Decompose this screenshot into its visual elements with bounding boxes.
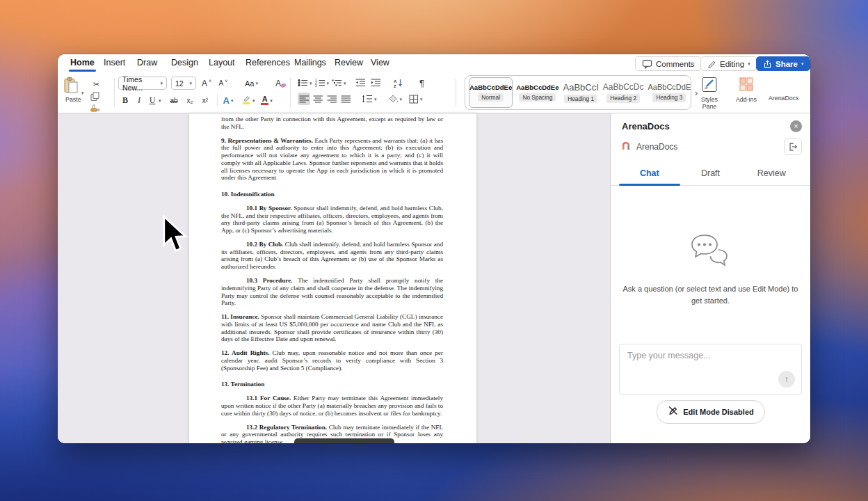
sign-out-icon <box>788 142 798 152</box>
styles-gallery-more-button[interactable]: › <box>695 88 698 98</box>
style-heading-1[interactable]: AaBbCcI Heading 1 <box>563 77 600 108</box>
edit-mode-toggle[interactable]: Edit Mode Disabled <box>656 400 764 424</box>
borders-button[interactable]: ▾ <box>409 93 423 105</box>
font-size-select[interactable]: 12▾ <box>171 77 196 90</box>
pencil-icon <box>707 59 716 68</box>
close-icon[interactable]: × <box>790 120 802 132</box>
text-effects-button[interactable]: A▾ <box>222 94 234 106</box>
tab-design[interactable]: Design <box>171 58 198 67</box>
subscript-button[interactable]: x₂ <box>182 94 198 106</box>
add-ins-icon <box>738 77 755 94</box>
arenadocs-task-pane: ArenaDocs × ArenaDocs Chat Draft Review … <box>610 113 810 443</box>
justify-button[interactable] <box>339 93 352 105</box>
arenadocs-ribbon-button[interactable]: ArenaDocs <box>769 79 799 102</box>
chat-empty-state: Ask a question (or select text and use E… <box>611 233 810 306</box>
line-spacing-button[interactable]: ▾ <box>362 93 377 105</box>
tab-view[interactable]: View <box>371 58 389 67</box>
chevron-down-icon: ▾ <box>748 61 750 66</box>
ribbon-toolbar: ▾ Paste ✂ Times New...▾ 12▾ A˄ A˅ Aa▾ A <box>58 73 810 113</box>
doc-paragraph-lead: 9. Representations & Warranties. <box>221 137 313 144</box>
multilevel-list-button[interactable]: ▾ <box>332 77 346 89</box>
strikethrough-button[interactable]: ab <box>166 94 182 106</box>
numbered-list-button[interactable]: 123▾ <box>315 77 330 89</box>
highlight-color-button[interactable]: ▾ <box>241 94 255 106</box>
document-workspace: from the other Party in connection with … <box>58 113 610 443</box>
superscript-button[interactable]: x² <box>198 94 213 106</box>
edit-mode-disabled-icon <box>667 405 678 419</box>
comment-icon <box>642 59 652 69</box>
shrink-font-button[interactable]: A˅ <box>217 77 230 90</box>
comments-button[interactable]: Comments <box>635 56 702 71</box>
chevron-down-icon: ▾ <box>189 81 192 86</box>
style-heading-2[interactable]: AaBbCcDc Heading 2 <box>602 77 645 108</box>
chevron-down-icon: ▾ <box>270 98 273 103</box>
font-name-select[interactable]: Times New...▾ <box>118 77 167 90</box>
copy-icon[interactable] <box>90 92 103 102</box>
tab-home[interactable]: Home <box>70 58 95 67</box>
show-paragraph-marks-button[interactable]: ¶ <box>416 77 428 89</box>
style-heading-3[interactable]: AaBbCcDdE Heading 3 <box>648 77 692 108</box>
styles-pane-button[interactable]: Styles Pane <box>701 77 718 110</box>
paste-label: Paste <box>63 96 84 103</box>
sort-button[interactable]: AZ <box>392 77 405 89</box>
font-color-button[interactable]: A▾ <box>261 94 273 106</box>
styles-gallery: AaBbCcDdEe Normal AaBbCcDdEe No Spacing … <box>465 75 691 110</box>
tab-mailings[interactable]: Mailings <box>294 58 326 67</box>
pane-tab-review[interactable]: Review <box>741 162 802 185</box>
chevron-down-icon: ▾ <box>327 81 330 86</box>
cut-icon[interactable]: ✂ <box>90 78 103 90</box>
align-center-button[interactable] <box>312 93 324 105</box>
clear-formatting-button[interactable]: A <box>275 77 287 90</box>
send-button[interactable]: ↑ <box>778 371 795 388</box>
change-case-button[interactable]: Aa▾ <box>245 77 258 90</box>
decrease-indent-button[interactable] <box>355 77 367 89</box>
bold-button[interactable]: B <box>118 94 132 106</box>
document-page[interactable]: from the other Party in connection with … <box>189 113 476 443</box>
increase-indent-button[interactable] <box>370 77 383 89</box>
tab-draw[interactable]: Draw <box>137 58 157 67</box>
doc-heading: 10. Indemnification <box>221 191 443 198</box>
chevron-down-icon: ▾ <box>374 97 377 102</box>
style-no-spacing[interactable]: AaBbCcDdEe No Spacing <box>515 77 559 108</box>
doc-paragraph: from the other Party in connection with … <box>221 116 443 130</box>
pane-tab-bar: Chat Draft Review <box>611 162 810 186</box>
doc-paragraph-lead: 11. Insurance. <box>221 313 259 320</box>
shading-button[interactable]: ▾ <box>388 93 403 105</box>
doc-heading: 13. Termination <box>221 381 443 388</box>
paste-button[interactable]: ▾ Paste <box>63 77 84 103</box>
sign-out-button[interactable] <box>784 138 802 155</box>
chat-input-box: ↑ <box>619 344 802 395</box>
chevron-down-icon: ▾ <box>81 90 84 95</box>
doc-paragraph-lead: 10.1 By Sponsor. <box>246 205 292 212</box>
tab-references[interactable]: References <box>246 58 290 67</box>
pane-tab-draft[interactable]: Draft <box>680 162 741 185</box>
desktop: { "ribbon": { "tabs": ["Home","Insert","… <box>0 0 868 501</box>
svg-text:A: A <box>394 79 397 84</box>
chevron-down-icon: ▾ <box>801 61 804 66</box>
underline-button[interactable]: U <box>146 94 159 106</box>
style-normal[interactable]: AaBbCcDdEe Normal <box>469 77 513 108</box>
tab-review[interactable]: Review <box>335 58 363 67</box>
doc-paragraph-lead: 13.1 For Cause. <box>246 395 291 401</box>
align-right-button[interactable] <box>326 93 338 105</box>
pane-tab-chat[interactable]: Chat <box>619 162 680 185</box>
paste-clipboard-icon <box>63 88 79 96</box>
format-painter-icon[interactable] <box>90 104 103 114</box>
chat-message-input[interactable] <box>620 344 801 394</box>
chevron-down-icon[interactable]: ▾ <box>159 98 166 103</box>
italic-button[interactable]: I <box>132 94 146 106</box>
align-left-button[interactable] <box>298 93 310 105</box>
ribbon-tab-bar: Home Insert Draw Design Layout Reference… <box>58 54 810 73</box>
chevron-down-icon: ▾ <box>400 97 403 102</box>
chevron-down-icon: ▾ <box>252 98 255 103</box>
tab-insert[interactable]: Insert <box>104 58 125 67</box>
editing-mode-dropdown[interactable]: Editing ▾ <box>700 56 757 71</box>
bullet-list-button[interactable]: ▾ <box>298 77 312 89</box>
chat-empty-caption: Ask a question (or select text and use E… <box>622 283 799 306</box>
grow-font-button[interactable]: A˄ <box>200 77 213 90</box>
tab-layout[interactable]: Layout <box>209 58 235 67</box>
share-button[interactable]: Share ▾ <box>756 56 810 71</box>
dock-peek-bar <box>294 438 394 443</box>
chat-bubbles-icon <box>688 260 734 271</box>
add-ins-button[interactable]: Add-ins <box>736 77 757 103</box>
